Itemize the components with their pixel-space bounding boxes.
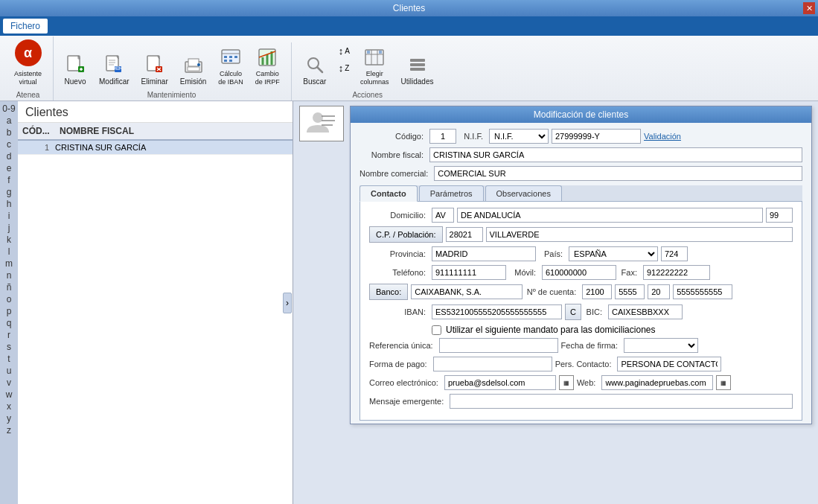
banco-button[interactable]: Banco: <box>369 284 408 300</box>
eliminar-button[interactable]: Eliminar <box>136 50 173 89</box>
alpha-u[interactable]: u <box>0 365 18 377</box>
alpha-n[interactable]: n <box>0 269 18 281</box>
alpha-k[interactable]: k <box>0 234 18 246</box>
close-button[interactable]: ✕ <box>803 2 815 14</box>
alpha-w[interactable]: w <box>0 389 18 401</box>
alpha-ñ[interactable]: ñ <box>0 281 18 293</box>
telefono-input[interactable] <box>432 265 506 280</box>
tab-observaciones[interactable]: Observaciones <box>485 185 562 201</box>
alpha-j[interactable]: j <box>0 222 18 234</box>
calculo-iban-button[interactable]: Cálculode IBAN <box>213 42 249 89</box>
alpha-l[interactable]: l <box>0 246 18 258</box>
alpha-g[interactable]: g <box>0 186 18 198</box>
menu-fichero[interactable]: Fichero <box>3 19 48 34</box>
sort-az-button[interactable]: ↕ A <box>335 43 354 59</box>
fax-input[interactable] <box>643 265 710 280</box>
alpha-h[interactable]: h <box>0 198 18 210</box>
asistente-virtual-button[interactable]: α Asistentevirtual <box>9 36 47 89</box>
codigo-label: Código: <box>360 132 426 141</box>
elegir-columnas-button[interactable]: Elegircolumnas <box>355 42 394 89</box>
cp-button[interactable]: C.P. / Población: <box>369 226 443 243</box>
nuevo-label: Nuevo <box>65 77 86 86</box>
alpha-m[interactable]: m <box>0 258 18 269</box>
mensaje-label: Mensaje emergente: <box>369 397 447 406</box>
mensaje-input[interactable] <box>450 394 793 409</box>
forma-pago-input[interactable] <box>433 357 552 371</box>
nif-type-select[interactable]: N.I.F. C.I.F. NIE <box>489 129 549 144</box>
pers-contacto-input[interactable] <box>617 357 721 371</box>
cp-input[interactable] <box>446 227 483 242</box>
alpha-b[interactable]: b <box>0 127 18 138</box>
tab-parametros[interactable]: Parámetros <box>419 185 484 201</box>
movil-input[interactable] <box>542 265 616 280</box>
svg-rect-41 <box>367 51 370 54</box>
fecha-firma-select[interactable] <box>624 338 698 353</box>
tab-contacto[interactable]: Contacto <box>360 185 418 202</box>
alpha-r[interactable]: r <box>0 329 18 341</box>
c-button[interactable]: C <box>565 304 581 320</box>
validacion-link[interactable]: Validación <box>644 132 681 141</box>
cambio-irpf-label: Cambiode IRPF <box>255 70 280 86</box>
alpha-a[interactable]: a <box>0 115 18 127</box>
pais-code-input[interactable] <box>661 246 688 261</box>
web-qr-icon[interactable]: ▦ <box>716 375 731 390</box>
web-input[interactable] <box>601 375 713 390</box>
nombre-comercial-input[interactable] <box>434 166 802 181</box>
domicilio-prefix-input[interactable] <box>432 208 454 223</box>
ncuenta2-input[interactable] <box>615 284 645 299</box>
alpha-z[interactable]: z <box>0 424 18 436</box>
domicilio-num-input[interactable] <box>766 208 793 223</box>
alpha-d[interactable]: d <box>0 150 18 162</box>
utilidades-button[interactable]: Utilidades <box>396 50 439 89</box>
ncuenta3-input[interactable] <box>648 284 670 299</box>
nuevo-button[interactable]: Nuevo <box>58 50 92 89</box>
title-text: Clientes <box>393 3 425 13</box>
movil-label: Móvil: <box>509 268 539 277</box>
nif-value-input[interactable] <box>552 129 641 144</box>
buscar-button[interactable]: Buscar <box>296 50 333 89</box>
nombre-fiscal-input[interactable] <box>429 147 802 162</box>
alpha-p[interactable]: p <box>0 305 18 317</box>
ref-unica-input[interactable] <box>439 338 558 353</box>
tab-strip: Contacto Parámetros Observaciones <box>360 185 802 202</box>
banco-input[interactable] <box>411 284 523 299</box>
alpha-s[interactable]: s <box>0 341 18 353</box>
correo-qr-icon[interactable]: ▦ <box>559 375 574 390</box>
ncuenta4-input[interactable] <box>673 284 732 299</box>
alpha-x[interactable]: x <box>0 401 18 412</box>
alpha-v[interactable]: v <box>0 377 18 389</box>
mandato-checkbox[interactable] <box>432 325 441 335</box>
svg-rect-43 <box>410 59 425 62</box>
ncuenta1-input[interactable] <box>582 284 612 299</box>
domicilio-label: Domicilio: <box>369 211 429 220</box>
alpha-c[interactable]: c <box>0 138 18 150</box>
codigo-input[interactable] <box>429 129 456 144</box>
poblacion-input[interactable] <box>486 227 793 242</box>
emision-button[interactable]: Emisión <box>175 50 212 89</box>
alpha-e[interactable]: e <box>0 162 18 174</box>
correo-label: Correo electrónico: <box>369 378 441 387</box>
asistente-label: Asistentevirtual <box>14 70 42 86</box>
alpha-o[interactable]: o <box>0 293 18 305</box>
mandato-label: Utilizar el siguiente mandato para las d… <box>446 325 655 335</box>
web-label: Web: <box>577 378 598 387</box>
cambio-irpf-button[interactable]: Cambiode IRPF <box>250 42 285 89</box>
pais-select[interactable]: ESPAÑA <box>569 246 658 261</box>
bic-input[interactable] <box>608 304 683 319</box>
elegir-columnas-icon <box>362 45 386 69</box>
provincia-input[interactable] <box>432 246 536 261</box>
alpha-y[interactable]: y <box>0 412 18 424</box>
alpha-f[interactable]: f <box>0 174 18 186</box>
sort-za-button[interactable]: ↕ Z <box>335 60 354 76</box>
expand-panel-button[interactable]: › <box>283 293 292 313</box>
correo-input[interactable] <box>444 375 556 390</box>
alpha-sidebar: 0-9 a b c d e f g h i j k l m n ñ o p q … <box>0 101 18 504</box>
alpha-q[interactable]: q <box>0 317 18 329</box>
alpha-09[interactable]: 0-9 <box>0 103 18 115</box>
modificar-button[interactable]: ✏ Modificar <box>94 50 135 89</box>
alpha-t[interactable]: t <box>0 353 18 365</box>
alpha-i[interactable]: i <box>0 210 18 222</box>
iban-input[interactable] <box>432 304 562 319</box>
domicilio-street-input[interactable] <box>457 208 763 223</box>
list-row[interactable]: 1 CRISTINA SUR GARCÍA <box>18 141 293 155</box>
